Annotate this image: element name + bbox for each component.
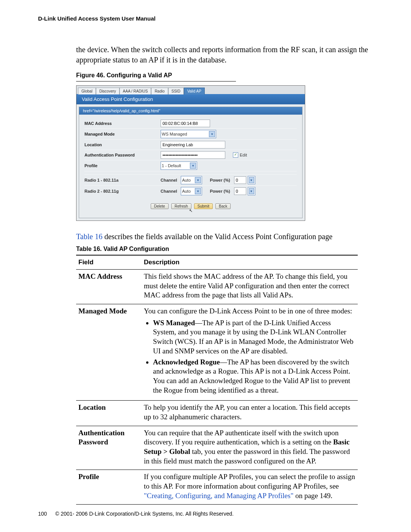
radio2-label: Radio 2 - 802.11g [84, 189, 161, 193]
channel-label-1: Channel [161, 178, 177, 182]
panel-title: Valid Access Point Configuration [76, 94, 305, 104]
row-profile-link[interactable]: "Creating, Configuring, and Managing AP … [144, 492, 293, 500]
row-mode-intro: You can configure the D-Link Access Poin… [144, 307, 352, 315]
tab-bar: Global Discovery AAA / RADIUS Radio SSID… [76, 86, 305, 94]
page-footer: 100 © 2001- 2006 D-Link Corporation/D-Li… [38, 511, 234, 517]
profile-label: Profile [84, 163, 161, 168]
table-ref-rest: describes the fields available on the Va… [102, 232, 332, 241]
row-location-field: Location [76, 401, 142, 426]
edit-checkbox[interactable]: ✓ [233, 152, 238, 158]
table-caption: Table 16. Valid AP Configuration [76, 246, 377, 252]
managed-mode-select[interactable]: WS Managed ▾ [161, 130, 216, 138]
profile-value: 1 - Default [162, 163, 188, 168]
intro-paragraph: the device. When the switch collects and… [76, 45, 377, 65]
row-auth-d1: You can require that the AP authenticate… [144, 429, 339, 446]
radio2-power-select[interactable]: ▾ [248, 187, 255, 195]
row-profile-desc: If you configure multiple AP Profiles, y… [142, 470, 358, 505]
power-label-1: Power (%) [210, 178, 230, 182]
channel-label-2: Channel [161, 189, 177, 193]
chevron-down-icon: ▾ [195, 188, 201, 194]
th-field: Field [76, 255, 142, 270]
radio1-label: Radio 1 - 802.11a [84, 178, 161, 182]
tab-aaa-radius[interactable]: AAA / RADIUS [119, 88, 151, 94]
tab-radio[interactable]: Radio [151, 88, 168, 94]
table-ref-text: Table 16 describes the fields available … [76, 232, 377, 241]
row-auth-field: Authentication Password [76, 426, 142, 470]
row-mode-field: Managed Mode [76, 304, 142, 401]
radio1-channel-select[interactable]: Auto ▾ [181, 176, 202, 184]
auth-password-input[interactable] [161, 151, 225, 159]
row-profile-d2: on page 149. [293, 492, 332, 500]
chevron-down-icon: ▾ [209, 131, 215, 137]
radio1-channel-value: Auto [182, 178, 193, 182]
mac-address-label: MAC Address [84, 121, 161, 126]
copyright: © 2001- 2006 D-Link Corporation/D-Link S… [55, 511, 234, 517]
chevron-down-icon: ▾ [195, 177, 201, 183]
help-link-bar: href="/wireless/help/valid_ap_config.htm… [79, 107, 302, 115]
row-mode-desc: You can configure the D-Link Access Poin… [142, 304, 358, 401]
valid-ap-config-table: Field Description MAC Address This field… [76, 255, 358, 505]
submit-button[interactable]: Submit [194, 203, 213, 209]
panel-body: href="/wireless/help/valid_ap_config.htm… [79, 107, 303, 218]
row-auth-desc: You can require that the AP authenticate… [142, 426, 358, 470]
auth-password-label: Authentication Password [84, 153, 161, 157]
row-mac-field: MAC Address [76, 270, 142, 304]
screenshot-panel: Global Discovery AAA / RADIUS Radio SSID… [76, 85, 305, 221]
back-button[interactable]: Back [215, 203, 231, 209]
radio1-power-input[interactable] [234, 176, 246, 184]
tab-global[interactable]: Global [78, 88, 96, 94]
radio2-channel-value: Auto [182, 189, 193, 193]
delete-button[interactable]: Delete [151, 203, 169, 209]
location-label: Location [84, 142, 161, 147]
button-bar: Delete Refresh Submit Back ↖ [79, 200, 302, 218]
radio2-channel-select[interactable]: Auto ▾ [181, 187, 202, 195]
tab-discovery[interactable]: Discovery [96, 88, 119, 94]
figure-caption: Figure 46. Configuring a Valid AP [76, 72, 377, 79]
row-mode-b1-head: WS Managed [153, 319, 195, 327]
row-profile-d1: If you configure multiple AP Profiles, y… [144, 473, 355, 490]
cursor-icon: ↖ [189, 208, 193, 213]
profile-select[interactable]: 1 - Default ▾ [161, 161, 197, 170]
chevron-down-icon: ▾ [249, 177, 254, 183]
tab-valid-ap[interactable]: Valid AP [184, 88, 205, 94]
tab-ssid[interactable]: SSID [168, 88, 184, 94]
page-number: 100 [38, 511, 47, 517]
th-description: Description [142, 255, 358, 270]
row-location-desc: To help you identify the AP, you can ent… [142, 401, 358, 426]
row-mode-bullet-1: WS Managed—The AP is part of the D-Link … [153, 318, 355, 356]
refresh-button[interactable]: Refresh [171, 203, 191, 209]
location-input[interactable] [161, 141, 225, 149]
row-profile-field: Profile [76, 470, 142, 505]
chevron-down-icon: ▾ [190, 163, 196, 169]
row-mode-bullet-2: Acknowledged Rogue—The AP has been disco… [153, 358, 355, 395]
radio2-power-input[interactable] [234, 187, 246, 195]
chevron-down-icon: ▾ [249, 188, 254, 194]
edit-checkbox-label: Edit [240, 153, 247, 157]
row-mode-b2-head: Acknowledged Rogue [153, 358, 220, 366]
row-mac-desc: This field shows the MAC address of the … [142, 270, 358, 304]
power-label-2: Power (%) [210, 189, 230, 193]
running-header: D-Link Unified Access System User Manual [38, 15, 377, 22]
radio1-power-select[interactable]: ▾ [248, 176, 255, 184]
mac-address-input[interactable] [161, 120, 210, 127]
table-ref-link[interactable]: Table 16 [76, 232, 102, 241]
managed-mode-label: Managed Mode [84, 132, 161, 136]
managed-mode-value: WS Managed [162, 132, 207, 136]
figure-rule [76, 81, 236, 81]
